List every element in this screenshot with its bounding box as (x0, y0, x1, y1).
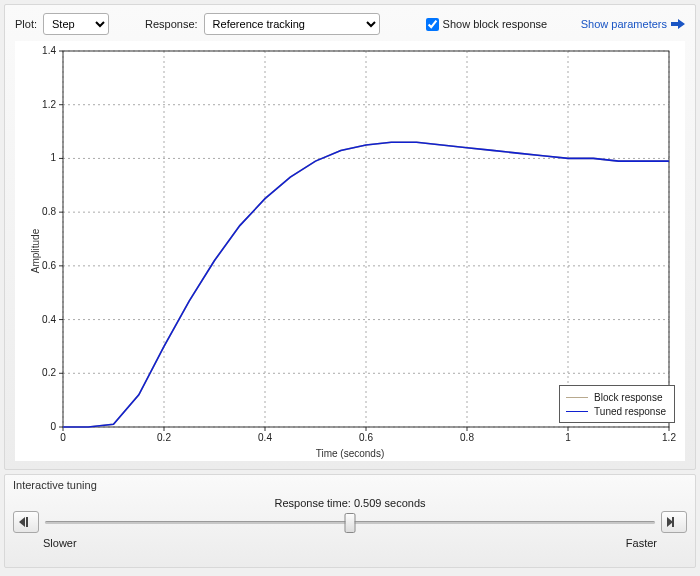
svg-text:0: 0 (60, 432, 66, 443)
svg-text:0.4: 0.4 (42, 314, 56, 325)
svg-text:0: 0 (50, 421, 56, 432)
svg-rect-48 (672, 517, 674, 527)
svg-text:1.2: 1.2 (42, 99, 56, 110)
show-block-response-checkbox[interactable]: Show block response (426, 18, 548, 31)
svg-rect-46 (26, 517, 28, 527)
step-back-button[interactable] (13, 511, 39, 533)
legend-row-block: Block response (566, 390, 666, 404)
tuning-section-title: Interactive tuning (13, 479, 687, 491)
plot-dropdown[interactable]: Step (43, 13, 109, 35)
svg-text:0.6: 0.6 (42, 260, 56, 271)
slider-thumb[interactable] (345, 513, 356, 533)
svg-text:1: 1 (565, 432, 571, 443)
interactive-tuning-panel: Interactive tuning Response time: 0.509 … (4, 474, 696, 568)
svg-text:0.8: 0.8 (42, 206, 56, 217)
legend-swatch-block (566, 397, 588, 398)
legend-label-tuned: Tuned response (594, 406, 666, 417)
slower-label: Slower (43, 537, 77, 549)
response-label: Response: (145, 18, 198, 30)
svg-text:1.2: 1.2 (662, 432, 676, 443)
step-forward-button[interactable] (661, 511, 687, 533)
response-time-label: Response time: 0.509 seconds (13, 497, 687, 509)
show-block-response-label: Show block response (443, 18, 548, 30)
faster-label: Faster (626, 537, 657, 549)
fast-forward-icon (667, 517, 681, 527)
legend-label-block: Block response (594, 392, 662, 403)
legend-row-tuned: Tuned response (566, 404, 666, 418)
svg-text:1: 1 (50, 152, 56, 163)
show-parameters-label: Show parameters (581, 18, 667, 30)
plot-label: Plot: (15, 18, 37, 30)
response-time-slider[interactable] (45, 511, 655, 533)
arrow-right-icon (671, 18, 685, 30)
slow-fast-labels: Slower Faster (13, 537, 687, 549)
svg-text:0.2: 0.2 (42, 367, 56, 378)
legend-swatch-tuned (566, 411, 588, 412)
response-dropdown[interactable]: Reference tracking (204, 13, 380, 35)
chart-toolbar: Plot: Step Response: Reference tracking … (9, 11, 691, 41)
chart-panel: Plot: Step Response: Reference tracking … (4, 4, 696, 470)
svg-text:0.8: 0.8 (460, 432, 474, 443)
svg-text:0.6: 0.6 (359, 432, 373, 443)
rewind-icon (19, 517, 33, 527)
response-time-slider-row (13, 511, 687, 533)
step-response-chart: Amplitude Time (seconds) 00.20.40.60.811… (15, 41, 685, 461)
show-block-response-input[interactable] (426, 18, 439, 31)
svg-text:0.2: 0.2 (157, 432, 171, 443)
show-parameters-link[interactable]: Show parameters (581, 18, 685, 30)
svg-text:1.4: 1.4 (42, 45, 56, 56)
chart-legend: Block response Tuned response (559, 385, 675, 423)
svg-text:0.4: 0.4 (258, 432, 272, 443)
